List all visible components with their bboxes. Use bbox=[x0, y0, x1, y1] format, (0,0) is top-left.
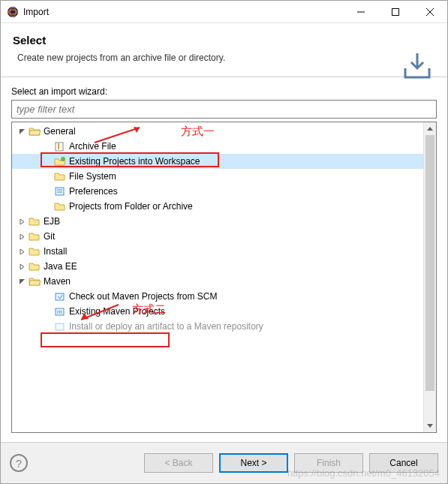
preferences-icon bbox=[54, 185, 66, 197]
tree-label: Preferences bbox=[69, 186, 118, 197]
help-button[interactable]: ? bbox=[10, 454, 28, 472]
folder-icon bbox=[29, 230, 41, 242]
folder-icon bbox=[54, 200, 66, 212]
tree-label: Install or deploy an artifact to a Maven… bbox=[69, 321, 263, 332]
minimize-button[interactable] bbox=[344, 1, 378, 23]
scroll-down-button[interactable] bbox=[424, 419, 436, 432]
expand-icon[interactable] bbox=[17, 261, 27, 272]
eclipse-icon bbox=[7, 6, 19, 18]
close-button[interactable] bbox=[413, 1, 447, 23]
tree-label: Java EE bbox=[44, 261, 77, 272]
import-dialog: Import Select Create new projects from a… bbox=[0, 0, 448, 484]
tree-item-git[interactable]: Git bbox=[12, 229, 423, 244]
tree-item-maven-existing[interactable]: m Existing Maven Projects bbox=[12, 304, 423, 319]
maven-deploy-icon bbox=[54, 320, 66, 332]
tree-item-install[interactable]: Install bbox=[12, 244, 423, 259]
maven-scm-icon bbox=[54, 290, 66, 302]
back-button: < Back bbox=[144, 453, 213, 473]
scroll-up-button[interactable] bbox=[424, 122, 436, 135]
expand-icon[interactable] bbox=[17, 246, 27, 257]
folder-icon bbox=[54, 170, 66, 182]
import-icon bbox=[401, 50, 434, 83]
tree-label: Existing Projects into Workspace bbox=[69, 156, 200, 167]
header-title: Select bbox=[13, 34, 435, 47]
tree-label: File System bbox=[69, 171, 116, 182]
dialog-header: Select Create new projects from an archi… bbox=[1, 23, 447, 77]
tree-label: EJB bbox=[44, 216, 60, 227]
tree-label: Existing Maven Projects bbox=[69, 306, 165, 317]
wizard-tree[interactable]: General Archive File Existing Projects i… bbox=[12, 122, 423, 432]
filter-input[interactable] bbox=[11, 100, 437, 119]
dialog-content: Select an import wizard: General Archive… bbox=[1, 77, 447, 442]
scroll-thumb[interactable] bbox=[425, 135, 434, 391]
button-bar: ? < Back Next > Finish Cancel bbox=[1, 442, 447, 483]
collapse-icon[interactable] bbox=[17, 276, 27, 287]
folder-icon bbox=[29, 260, 41, 272]
tree-label: Archive File bbox=[69, 141, 116, 152]
tree-item-existing-projects[interactable]: Existing Projects into Workspace bbox=[12, 154, 423, 169]
expand-icon[interactable] bbox=[17, 231, 27, 242]
expand-icon[interactable] bbox=[17, 216, 27, 227]
svg-rect-16 bbox=[56, 323, 64, 330]
tree-item-maven[interactable]: Maven bbox=[12, 274, 423, 289]
tree-label: Git bbox=[44, 231, 55, 242]
tree-scrollbar[interactable] bbox=[423, 122, 436, 432]
tree-item-ejb[interactable]: EJB bbox=[12, 214, 423, 229]
tree-label: Maven bbox=[44, 276, 71, 287]
tree-item-preferences[interactable]: Preferences bbox=[12, 184, 423, 199]
svg-text:m: m bbox=[57, 308, 62, 315]
svg-point-0 bbox=[8, 7, 18, 17]
wizard-tree-container: General Archive File Existing Projects i… bbox=[11, 122, 437, 433]
archive-file-icon bbox=[54, 140, 66, 152]
svg-point-9 bbox=[61, 157, 65, 161]
tree-item-file-system[interactable]: File System bbox=[12, 169, 423, 184]
folder-icon bbox=[29, 245, 41, 257]
maven-project-icon: m bbox=[54, 305, 66, 317]
maximize-button[interactable] bbox=[378, 1, 413, 23]
project-import-icon bbox=[54, 155, 66, 167]
tree-label: Check out Maven Projects from SCM bbox=[69, 291, 217, 302]
svg-rect-10 bbox=[56, 188, 64, 195]
cancel-button[interactable]: Cancel bbox=[369, 453, 438, 473]
tree-label: Install bbox=[44, 246, 67, 257]
next-button[interactable]: Next > bbox=[219, 453, 288, 473]
help-icon: ? bbox=[16, 457, 22, 470]
finish-button: Finish bbox=[294, 453, 363, 473]
tree-label: Projects from Folder or Archive bbox=[69, 201, 193, 212]
scroll-track[interactable] bbox=[424, 135, 436, 419]
tree-item-maven-install[interactable]: Install or deploy an artifact to a Maven… bbox=[12, 319, 423, 334]
folder-icon bbox=[29, 215, 41, 227]
folder-open-icon bbox=[29, 125, 41, 137]
titlebar: Import bbox=[1, 1, 447, 23]
tree-item-archive-file[interactable]: Archive File bbox=[12, 139, 423, 154]
tree-item-projects-folder[interactable]: Projects from Folder or Archive bbox=[12, 199, 423, 214]
svg-rect-8 bbox=[58, 143, 59, 149]
window-title: Import bbox=[23, 7, 344, 17]
folder-open-icon bbox=[29, 275, 41, 287]
window-controls bbox=[344, 1, 447, 23]
tree-item-javaee[interactable]: Java EE bbox=[12, 259, 423, 274]
wizard-label: Select an import wizard: bbox=[11, 86, 437, 97]
svg-rect-4 bbox=[392, 8, 399, 15]
collapse-icon[interactable] bbox=[17, 126, 27, 137]
tree-label: General bbox=[44, 126, 76, 137]
header-description: Create new projects from an archive file… bbox=[17, 53, 435, 63]
tree-item-general[interactable]: General bbox=[12, 124, 423, 139]
svg-rect-13 bbox=[56, 293, 64, 300]
tree-item-maven-scm[interactable]: Check out Maven Projects from SCM bbox=[12, 289, 423, 304]
